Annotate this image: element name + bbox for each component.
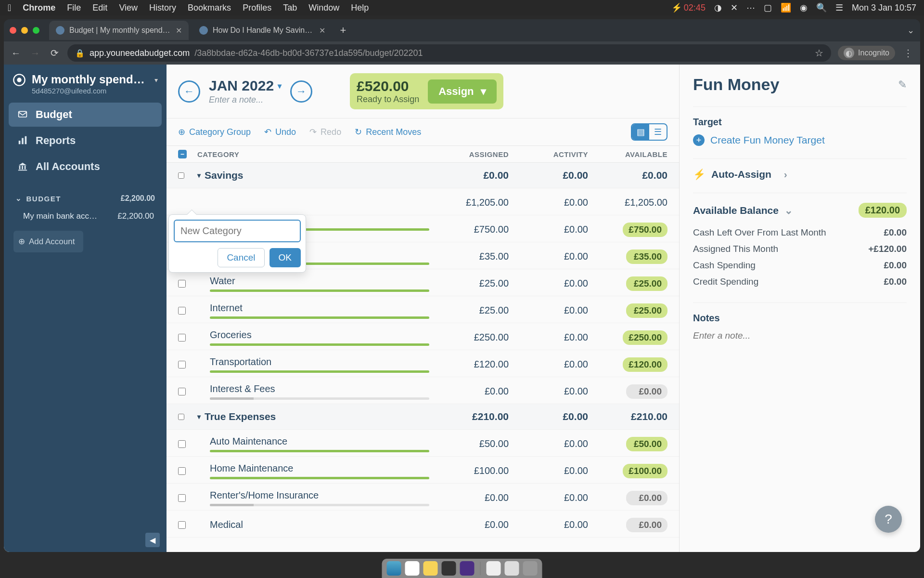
dock-app-icon[interactable] — [487, 561, 501, 576]
cell-assigned[interactable]: £0.00 — [429, 519, 509, 530]
menubar-status-icon[interactable]: ◑ — [714, 2, 722, 13]
add-category-group-button[interactable]: ⊕ Category Group — [178, 127, 251, 137]
available-balance-row[interactable]: Available Balance ⌄ £120.00 — [693, 203, 907, 218]
account-row[interactable]: My main bank acc… £2,200.00 — [13, 207, 157, 226]
category-row[interactable]: Transportation £120.00 £0.00 £120.00 — [167, 350, 679, 377]
menubar-app[interactable]: Chrome — [23, 3, 55, 13]
dock-app-icon[interactable] — [387, 561, 401, 576]
battery-status-icon[interactable]: ⚡02:45 — [671, 2, 706, 13]
dock-trash-icon[interactable] — [523, 561, 538, 576]
menubar-item[interactable]: Help — [351, 3, 369, 13]
menubar-status-icon[interactable]: ☰ — [835, 2, 843, 13]
apple-logo-icon[interactable]:  — [8, 2, 11, 13]
category-group-row[interactable]: ▾ Savings £0.00 £0.00 £0.00 — [167, 163, 679, 188]
spotlight-icon[interactable]: 🔍 — [816, 2, 827, 13]
back-button[interactable]: ← — [10, 47, 22, 59]
prev-month-button[interactable]: ← — [178, 80, 200, 103]
menubar-item[interactable]: Tab — [283, 3, 297, 13]
row-checkbox[interactable] — [178, 280, 186, 288]
budget-section-header[interactable]: ⌄ BUDGET £2,200.00 — [13, 190, 157, 207]
row-checkbox[interactable] — [178, 388, 186, 395]
category-row[interactable]: Medical £0.00 £0.00 £0.00 — [167, 511, 679, 538]
auto-assign-button[interactable]: ⚡ Auto-Assign › — [693, 169, 907, 180]
recent-moves-button[interactable]: ↻ Recent Moves — [355, 127, 421, 137]
browser-tab[interactable]: Budget | My monthly spending ✕ — [49, 21, 189, 40]
reload-button[interactable]: ⟳ — [48, 47, 61, 59]
sidebar-collapse-button[interactable]: ◀ — [145, 533, 160, 547]
budget-switcher[interactable]: My monthly spend… 5d485270@uifeed.com ▾ — [9, 71, 162, 103]
bookmark-star-icon[interactable]: ☆ — [815, 47, 823, 59]
col-category[interactable]: CATEGORY — [197, 150, 429, 158]
omnibox[interactable]: 🔒 app.youneedabudget.com /3a8bbdae-d62a-… — [67, 44, 831, 62]
forward-button[interactable]: → — [29, 47, 41, 59]
wifi-icon[interactable]: 📶 — [781, 2, 791, 13]
cell-assigned[interactable]: £100.00 — [429, 465, 509, 476]
col-assigned[interactable]: ASSIGNED — [429, 150, 509, 158]
cell-assigned[interactable]: £50.00 — [429, 438, 509, 449]
group-checkbox[interactable] — [178, 414, 184, 420]
menubar-item[interactable]: History — [149, 3, 176, 13]
row-checkbox[interactable] — [178, 467, 186, 475]
cell-assigned[interactable]: £120.00 — [429, 359, 509, 370]
menubar-item[interactable]: Window — [308, 3, 339, 13]
list-view-button[interactable]: ☰ — [649, 124, 667, 140]
assign-button[interactable]: Assign ▾ — [428, 79, 496, 104]
lock-icon[interactable]: 🔒 — [75, 49, 85, 58]
dock-app-icon[interactable] — [505, 561, 519, 576]
new-category-input[interactable] — [174, 220, 301, 242]
incognito-badge[interactable]: ◐ Incognito — [838, 46, 895, 60]
row-checkbox[interactable] — [178, 521, 186, 529]
month-note-input[interactable]: Enter a note... — [209, 95, 282, 105]
month-selector[interactable]: JAN 2022 ▾ — [209, 78, 282, 94]
menubar-status-icon[interactable]: ✕ — [731, 2, 738, 13]
tab-overflow-icon[interactable]: ⌄ — [907, 25, 914, 36]
window-minimize-icon[interactable] — [21, 27, 28, 34]
category-row[interactable]: Home Maintenance £100.00 £0.00 £100.00 — [167, 457, 679, 484]
cell-assigned[interactable]: £1,205.00 — [429, 197, 509, 208]
chrome-menu-button[interactable]: ⋮ — [902, 47, 914, 59]
cell-assigned[interactable]: £0.00 — [429, 386, 509, 397]
new-tab-button[interactable]: + — [336, 23, 350, 38]
cell-assigned[interactable]: £25.00 — [429, 305, 509, 316]
dock-app-icon[interactable] — [424, 561, 438, 576]
col-activity[interactable]: ACTIVITY — [509, 150, 588, 158]
menubar-item[interactable]: File — [67, 3, 81, 13]
row-checkbox[interactable] — [178, 307, 186, 315]
select-all-checkbox[interactable]: − — [178, 150, 187, 158]
help-button[interactable]: ? — [875, 506, 902, 533]
category-row[interactable]: Renter's/Home Insurance £0.00 £0.00 £0.0… — [167, 484, 679, 511]
row-checkbox[interactable] — [178, 361, 186, 368]
category-row[interactable]: Internet £25.00 £0.00 £25.00 — [167, 296, 679, 323]
menubar-clock[interactable]: Mon 3 Jan 10:57 — [852, 3, 916, 13]
category-group-row[interactable]: ▾ True Expenses £210.00 £0.00 £210.00 — [167, 404, 679, 430]
notes-input[interactable] — [693, 330, 907, 352]
menubar-item[interactable]: Bookmarks — [188, 3, 231, 13]
disclosure-triangle-icon[interactable]: ▾ — [197, 413, 201, 420]
dock-app-icon[interactable] — [405, 561, 420, 576]
category-row[interactable]: £1,205.00 £0.00 £1,205.00 — [167, 188, 679, 215]
window-close-icon[interactable] — [10, 27, 16, 34]
cancel-button[interactable]: Cancel — [218, 248, 264, 267]
browser-tab[interactable]: How Do I Handle My Savings A ✕ — [192, 21, 332, 40]
menubar-item[interactable]: View — [119, 3, 138, 13]
tab-close-icon[interactable]: ✕ — [176, 26, 182, 35]
create-target-button[interactable]: + Create Fun Money Target — [693, 134, 907, 146]
nav-accounts[interactable]: All Accounts — [9, 155, 162, 179]
category-row[interactable]: Auto Maintenance £50.00 £0.00 £50.00 — [167, 430, 679, 457]
row-checkbox[interactable] — [178, 440, 186, 448]
cell-assigned[interactable]: £0.00 — [429, 492, 509, 503]
disclosure-triangle-icon[interactable]: ▾ — [197, 171, 201, 179]
ok-button[interactable]: OK — [270, 248, 301, 267]
dock-app-icon[interactable] — [460, 561, 475, 576]
cell-assigned[interactable]: £750.00 — [429, 224, 509, 235]
menubar-item[interactable]: Edit — [92, 3, 107, 13]
redo-button[interactable]: ↷ Redo — [309, 127, 341, 137]
menubar-item[interactable]: Profiles — [243, 3, 271, 13]
row-checkbox[interactable] — [178, 334, 186, 342]
cell-assigned[interactable]: £35.00 — [429, 251, 509, 262]
group-checkbox[interactable] — [178, 172, 184, 179]
undo-button[interactable]: ↶ Undo — [264, 127, 296, 137]
card-view-button[interactable]: ▤ — [632, 124, 649, 140]
battery-icon[interactable]: ▢ — [764, 2, 772, 13]
next-month-button[interactable]: → — [290, 80, 312, 103]
